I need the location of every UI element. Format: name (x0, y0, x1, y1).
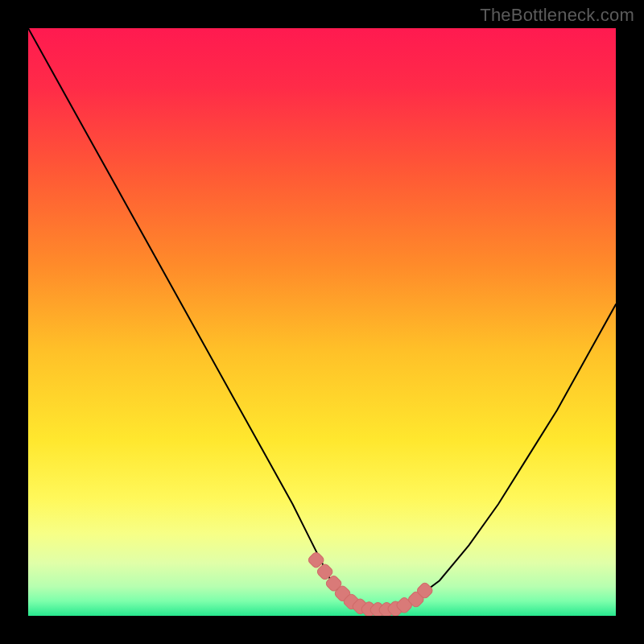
chart-frame: TheBottleneck.com (0, 0, 644, 644)
plot-area (28, 28, 616, 616)
attribution-text: TheBottleneck.com (480, 5, 634, 26)
bottleneck-curve (28, 28, 616, 616)
